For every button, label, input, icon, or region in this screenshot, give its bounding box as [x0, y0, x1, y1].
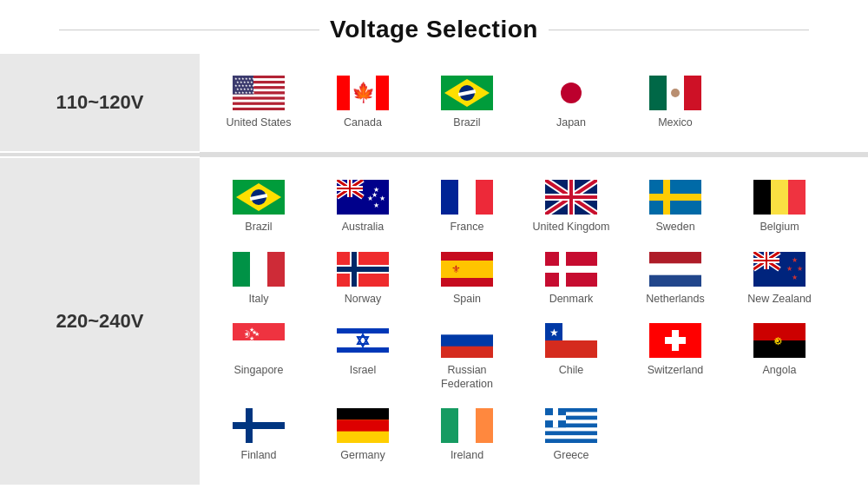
svg-rect-21 — [376, 76, 389, 110]
svg-text:★: ★ — [373, 201, 379, 209]
country-name: New Zealand — [747, 292, 812, 306]
country-item: ★★★★★★ ★★★★★ ★★★★★★ ★★★★★ ★★★★★★ United … — [207, 67, 311, 138]
flag-gr — [545, 408, 597, 443]
country-item: Sweden — [623, 171, 727, 242]
flag-au: ★ ★ ★ ★ ★ — [337, 180, 389, 215]
voltage-label-220: 220~240V — [0, 157, 200, 485]
flag-sg: ☽ ★ ★ ★ ★ ★ — [233, 323, 285, 358]
country-name: Russian Federation — [420, 363, 514, 392]
country-name: Japan — [556, 116, 586, 129]
svg-rect-142 — [545, 432, 597, 435]
country-name: Germany — [340, 448, 385, 462]
svg-rect-94 — [753, 260, 779, 261]
svg-text:★: ★ — [774, 337, 780, 345]
svg-rect-113 — [441, 323, 493, 334]
svg-rect-65 — [649, 194, 701, 201]
svg-rect-31 — [684, 76, 701, 110]
country-item: Ireland — [415, 400, 519, 471]
svg-rect-121 — [665, 337, 686, 344]
flag-br — [441, 76, 493, 110]
country-item: Germany — [311, 400, 415, 471]
flag-it — [233, 252, 285, 287]
country-item: Italy — [207, 243, 311, 314]
svg-rect-134 — [476, 408, 493, 443]
svg-rect-10 — [233, 102, 285, 105]
svg-point-32 — [671, 89, 680, 97]
svg-rect-144 — [545, 439, 597, 443]
svg-text:★: ★ — [549, 327, 559, 339]
flag-dk — [545, 252, 597, 287]
svg-text:🍁: 🍁 — [352, 81, 376, 104]
country-item: Mexico — [623, 67, 727, 138]
country-name: Canada — [344, 116, 382, 129]
flag-il — [337, 323, 389, 358]
flag-gb — [545, 180, 597, 215]
voltage-label-110: 110~120V — [0, 53, 200, 152]
title-line-left — [59, 30, 319, 30]
country-item: Netherlands — [623, 243, 727, 314]
svg-text:★: ★ — [252, 329, 257, 335]
country-name: Singapore — [234, 363, 284, 377]
svg-text:⚜: ⚜ — [451, 263, 461, 275]
country-name: Belgium — [760, 220, 799, 234]
flag-fi — [233, 408, 285, 443]
svg-rect-53 — [476, 180, 493, 215]
country-name: Greece — [554, 448, 589, 462]
countries-cell-220: Brazil ★ ★ ★ ★ ★ Australia France — [200, 157, 868, 485]
svg-rect-70 — [233, 252, 250, 287]
flag-nz: ★ ★ ★ ★ — [753, 252, 806, 287]
country-item: Belgium — [727, 171, 832, 242]
svg-rect-45 — [337, 188, 363, 189]
country-item: ★ ★ ★ ★ ★ Australia — [311, 171, 415, 242]
svg-rect-52 — [441, 180, 458, 215]
country-item: Denmark — [519, 243, 623, 314]
country-name: Spain — [453, 292, 481, 306]
svg-text:★: ★ — [249, 335, 254, 341]
svg-rect-128 — [233, 422, 285, 429]
country-name: Israel — [350, 363, 377, 377]
svg-rect-114 — [441, 346, 493, 357]
flag-ao: ⚙ ★ — [753, 323, 806, 358]
svg-rect-147 — [545, 415, 566, 420]
flag-us: ★★★★★★ ★★★★★ ★★★★★★ ★★★★★ ★★★★★★ — [233, 76, 285, 110]
country-name: Chile — [559, 363, 584, 377]
flag-ca: 🍁 — [337, 76, 389, 110]
country-name: Ireland — [450, 448, 483, 462]
flag-be — [753, 180, 806, 215]
country-name: Denmark — [549, 292, 594, 306]
country-item: France — [415, 171, 519, 242]
country-item: Israel — [311, 314, 415, 400]
country-name: Mexico — [658, 116, 693, 129]
svg-rect-11 — [233, 105, 285, 108]
flag-jp — [545, 76, 597, 110]
flag-fr — [441, 180, 493, 215]
country-name: Norway — [345, 292, 381, 306]
svg-text:★★★★★★: ★★★★★★ — [234, 90, 255, 95]
svg-rect-85 — [649, 274, 701, 286]
country-item: Greece — [519, 400, 623, 471]
country-item: Norway — [311, 243, 415, 314]
svg-rect-78 — [441, 261, 493, 278]
voltage-table: 110~120V ★★★★★★ ★★★★★ ★★★★★★ ★★★★★ — [0, 52, 868, 486]
svg-rect-76 — [337, 267, 389, 272]
flag-ch — [649, 323, 701, 358]
svg-rect-71 — [267, 252, 285, 287]
flag-no — [337, 252, 389, 287]
svg-text:★: ★ — [379, 195, 385, 202]
countries-cell-110: ★★★★★★ ★★★★★ ★★★★★★ ★★★★★ ★★★★★★ United … — [200, 53, 868, 152]
country-item: Brazil — [207, 171, 311, 242]
voltage-row-110: 110~120V ★★★★★★ ★★★★★ ★★★★★★ ★★★★★ — [0, 53, 868, 152]
title-line-right — [549, 30, 809, 30]
svg-text:★: ★ — [792, 256, 798, 264]
flag-mx — [649, 76, 701, 110]
svg-rect-68 — [788, 180, 806, 215]
country-name: United Kingdom — [533, 220, 610, 234]
country-item: Japan — [519, 67, 623, 138]
country-name: United States — [226, 116, 291, 129]
country-item: Switzerland — [623, 314, 727, 400]
flag-cl: ★ — [545, 323, 597, 358]
svg-rect-82 — [545, 266, 597, 273]
svg-rect-20 — [337, 76, 350, 110]
svg-point-28 — [561, 83, 582, 103]
voltage-row-220: 220~240V Brazil ★ ★ ★ ★ ★ — [0, 157, 868, 485]
